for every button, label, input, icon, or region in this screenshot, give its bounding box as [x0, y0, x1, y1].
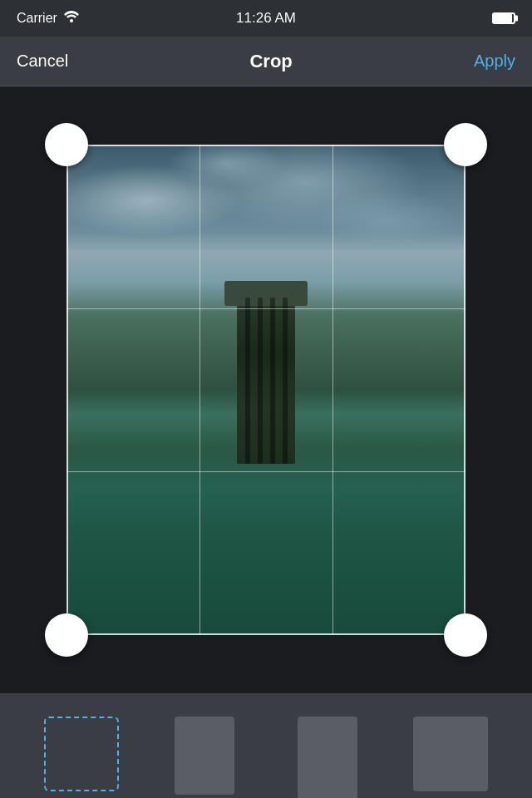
photo-container[interactable] — [66, 145, 466, 635]
pier-line — [258, 298, 263, 464]
ratio-option-custom[interactable]: Custom — [32, 717, 131, 798]
ratio-thumb-46 — [175, 717, 234, 795]
corner-handle-top-left[interactable] — [45, 123, 88, 166]
svg-point-0 — [70, 19, 73, 22]
ratio-option-57[interactable]: 5:7 — [278, 717, 377, 798]
corner-handle-bottom-right[interactable] — [444, 613, 487, 657]
pier-lines — [237, 298, 295, 464]
pier — [237, 298, 295, 464]
status-bar: Carrier 11:26 AM — [0, 0, 532, 37]
ratio-thumb-custom — [44, 717, 119, 791]
ratio-thumb-square — [413, 717, 488, 791]
nav-title: Crop — [249, 51, 292, 72]
carrier-label: Carrier — [17, 11, 57, 26]
battery-icon — [492, 12, 515, 24]
corner-handle-bottom-left[interactable] — [45, 613, 88, 657]
status-time: 11:26 AM — [236, 10, 296, 27]
nav-bar: Cancel Crop Apply — [0, 37, 532, 86]
photo — [66, 145, 466, 635]
pier-line — [283, 298, 288, 464]
corner-handle-top-right[interactable] — [444, 123, 487, 166]
ratio-option-square[interactable]: Square — [401, 717, 500, 798]
ratio-option-46[interactable]: 4:6 — [155, 717, 254, 798]
crop-area — [0, 86, 532, 693]
status-carrier-wifi: Carrier — [17, 11, 79, 26]
cancel-button[interactable]: Cancel — [17, 52, 68, 71]
battery-fill — [494, 14, 512, 22]
apply-button[interactable]: Apply — [474, 52, 515, 71]
battery-indicator — [492, 12, 515, 24]
bottom-toolbar: Custom 4:6 5:7 Square — [0, 693, 532, 798]
pier-line — [270, 298, 275, 464]
ratio-options: Custom 4:6 5:7 Square — [32, 717, 500, 798]
wifi-icon — [64, 11, 79, 26]
pier-line — [245, 298, 250, 464]
ratio-thumb-57 — [298, 717, 357, 798]
